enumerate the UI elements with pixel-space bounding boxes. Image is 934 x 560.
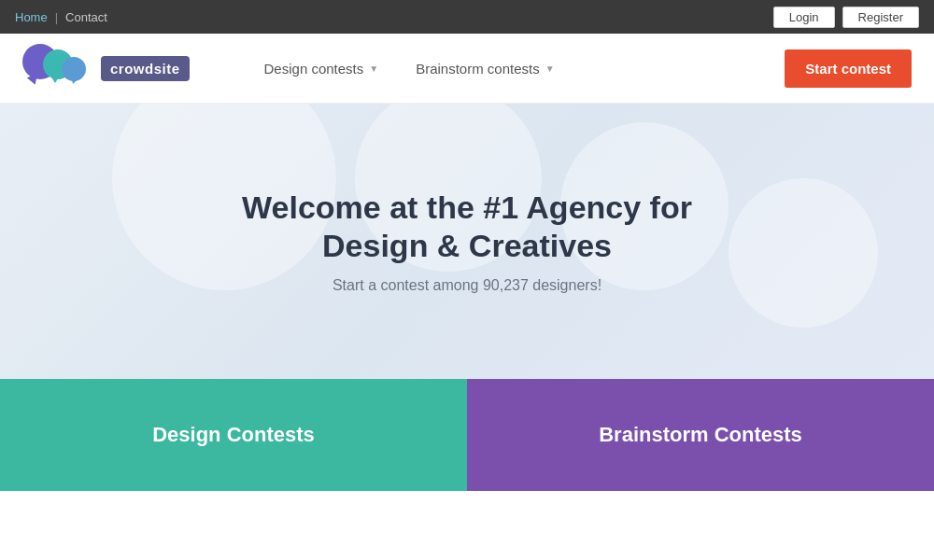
bubble-tail-3 <box>69 77 78 85</box>
top-bar: Home | Contact Login Register <box>0 0 934 34</box>
home-link[interactable]: Home <box>15 10 48 24</box>
hero-title-line1: Welcome at the #1 Agency for <box>242 189 692 225</box>
hero-subtitle: Start a contest among 90,237 designers! <box>333 277 601 294</box>
hero-title: Welcome at the #1 Agency for Design & Cr… <box>242 189 692 265</box>
brainstorm-contests-card[interactable]: Brainstorm Contests <box>467 379 934 491</box>
design-contests-card[interactable]: Design Contests <box>0 379 467 491</box>
nav-links: Design contests ▼ Brainstorm contests ▼ … <box>246 34 912 104</box>
top-bar-left: Home | Contact <box>15 10 107 24</box>
top-bar-right: Login Register <box>773 7 919 28</box>
hero-deco-circle-4 <box>729 178 878 328</box>
logo-area: crowdsite <box>22 40 190 96</box>
bubble-tail-2 <box>50 76 60 83</box>
contact-link[interactable]: Contact <box>65 10 107 24</box>
start-contest-button[interactable]: Start contest <box>785 49 912 88</box>
logo-bubbles <box>22 40 97 96</box>
hero-title-line2: Design & Creatives <box>322 228 612 263</box>
logo-text[interactable]: crowdsite <box>101 56 190 81</box>
design-contests-nav[interactable]: Design contests ▼ <box>246 34 398 104</box>
brainstorm-contests-chevron: ▼ <box>545 63 555 74</box>
brainstorm-contests-label: Brainstorm contests <box>416 61 540 77</box>
design-contests-chevron: ▼ <box>369 63 378 74</box>
hero-section: Welcome at the #1 Agency for Design & Cr… <box>0 104 934 379</box>
brainstorm-contests-nav[interactable]: Brainstorm contests ▼ <box>397 34 573 104</box>
login-button[interactable]: Login <box>773 7 835 28</box>
main-nav: crowdsite Design contests ▼ Brainstorm c… <box>0 34 934 104</box>
register-button[interactable]: Register <box>842 7 919 28</box>
logo-text-area: crowdsite <box>101 56 190 81</box>
brainstorm-contests-card-label: Brainstorm Contests <box>599 423 802 447</box>
top-bar-divider: | <box>55 10 58 24</box>
design-contests-card-label: Design Contests <box>152 423 315 447</box>
cards-row: Design Contests Brainstorm Contests <box>0 379 934 491</box>
design-contests-label: Design contests <box>264 61 364 77</box>
